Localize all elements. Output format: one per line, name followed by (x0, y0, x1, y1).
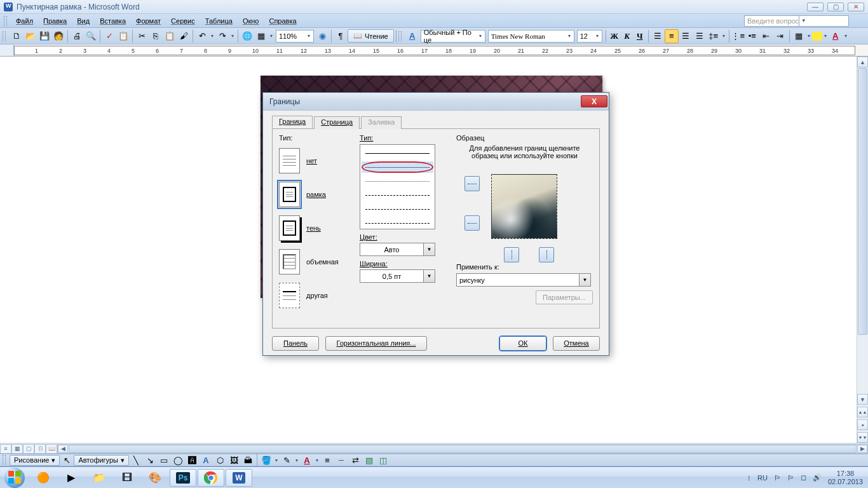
tables-borders-button[interactable]: ▦ (254, 29, 268, 43)
style-long-dash[interactable] (362, 203, 433, 215)
help-search-box[interactable]: Введите вопрос ▼ (744, 15, 849, 27)
setting-box[interactable]: рамка (279, 182, 352, 207)
italic-button[interactable]: К (621, 29, 634, 43)
fontsize-dropdown-icon[interactable]: ▾ (594, 33, 600, 39)
start-button[interactable] (0, 467, 29, 489)
indent-button[interactable]: ⇥ (773, 29, 787, 43)
clipart-button[interactable]: 🖼 (227, 453, 241, 467)
align-right-button[interactable]: ☰ (679, 29, 693, 43)
highlight-button[interactable] (812, 32, 822, 41)
scroll-up-button[interactable]: ▲ (857, 57, 868, 67)
menu-file[interactable]: Файл (11, 16, 38, 26)
close-button[interactable]: ✕ (848, 3, 864, 11)
setting-shadow[interactable]: тень (279, 215, 352, 241)
tray-language[interactable]: RU (757, 474, 768, 482)
paste-button[interactable]: 📋 (163, 29, 177, 43)
reading-layout-button[interactable]: 📖 Чтение (348, 29, 394, 43)
font-combo[interactable]: Times New Roman ▾ (488, 30, 574, 43)
arrow-style-button[interactable]: ⇄ (348, 453, 362, 467)
color-combo[interactable]: Авто ▼ (360, 243, 435, 256)
tray-nvidia-icon[interactable]: ◻ (801, 473, 806, 482)
drawing-menu[interactable]: Рисование▾ (10, 455, 60, 466)
ruler[interactable]: 1234567891011121314151617181920212223242… (0, 44, 868, 57)
taskbar-app-photoshop[interactable]: Ps (170, 469, 196, 487)
toolbar-button[interactable]: Панель (272, 336, 319, 351)
table-dropdown[interactable]: ▾ (268, 33, 275, 39)
toolbar-handle[interactable] (3, 31, 6, 41)
tray-volume-icon[interactable]: 🔊 (813, 473, 822, 482)
style-dotted[interactable] (362, 161, 433, 173)
bold-button[interactable]: Ж (608, 29, 621, 43)
styles-pane-button[interactable]: A (405, 29, 419, 43)
research-button[interactable]: 📋 (116, 29, 130, 43)
textbox-tool[interactable]: 🅰 (185, 453, 199, 467)
scroll-left-button[interactable]: ◀ (58, 445, 68, 453)
cut-button[interactable]: ✂ (135, 29, 149, 43)
style-combo[interactable]: Обычный + По це ▾ (421, 30, 485, 43)
ok-button[interactable]: ОК (499, 336, 546, 351)
new-doc-button[interactable]: 🗋 (10, 29, 24, 43)
menu-insert[interactable]: Вставка (95, 16, 131, 26)
setting-custom[interactable]: другая (279, 283, 352, 308)
horizontal-scrollbar[interactable]: ◀ ▶ (57, 444, 868, 454)
taskbar-app-video[interactable]: 🎞 (114, 469, 140, 487)
scroll-thumb[interactable] (858, 68, 867, 335)
numbered-list-button[interactable]: ⋮≡ (731, 29, 745, 43)
tray-clock[interactable]: 17:38 02.07.2013 (828, 470, 863, 485)
border-right-button[interactable] (539, 247, 554, 262)
select-objects-button[interactable]: ↖ (60, 453, 74, 467)
underline-button[interactable]: Ч (634, 29, 646, 43)
style-dropdown-icon[interactable]: ▾ (477, 33, 483, 39)
zoom-combo[interactable]: 110% ▾ (276, 30, 314, 43)
maximize-button[interactable]: ▢ (827, 3, 844, 11)
menu-table[interactable]: Таблица (200, 16, 238, 26)
setting-none[interactable]: нет (279, 148, 352, 173)
fontsize-combo[interactable]: 12 ▾ (577, 30, 602, 43)
preview-button[interactable]: 🔍 (84, 29, 98, 43)
browse-object-button[interactable]: ● (857, 419, 868, 430)
preview-image[interactable] (491, 174, 557, 239)
insert-picture-button[interactable]: 🏔 (241, 453, 255, 467)
menu-window[interactable]: Окно (238, 16, 264, 26)
save-button[interactable]: 💾 (37, 29, 51, 43)
taskbar-app-aimp[interactable]: 🟠 (30, 469, 57, 487)
3d-button[interactable]: ◫ (376, 453, 390, 467)
normal-view-button[interactable]: ≡ (0, 444, 11, 454)
tab-border[interactable]: Граница (272, 116, 313, 128)
minimize-button[interactable]: — (807, 3, 824, 11)
font-color-button-draw[interactable]: А (300, 453, 314, 467)
width-combo[interactable]: 0,5 пт ▼ (360, 269, 435, 283)
fontcolor-dropdown[interactable]: ▾ (843, 33, 849, 39)
fill-color-button[interactable]: 🪣 (259, 453, 273, 467)
line-color-button[interactable]: ✎ (280, 453, 294, 467)
dialog-close-button[interactable]: X (581, 95, 607, 107)
menu-help[interactable]: Справка (264, 16, 301, 26)
print-button[interactable]: 🖨 (70, 29, 84, 43)
undo-dropdown[interactable]: ▾ (209, 33, 215, 39)
apply-to-dropdown-button[interactable]: ▼ (579, 274, 590, 286)
font-color-button[interactable]: А (829, 29, 843, 43)
apply-to-combo[interactable]: рисунку ▼ (456, 273, 591, 287)
taskbar-app-wmp[interactable]: ▶ (58, 469, 85, 487)
diagram-button[interactable]: ⬡ (213, 453, 227, 467)
scroll-down-button[interactable]: ▼ (857, 394, 868, 405)
taskbar-app-chrome[interactable] (198, 469, 224, 487)
taskbar-app-explorer[interactable]: 📁 (86, 469, 112, 487)
style-fine-dotted[interactable] (362, 175, 433, 187)
toolbar-handle[interactable] (3, 455, 6, 465)
highlight-dropdown[interactable]: ▾ (822, 33, 829, 39)
borders-dropdown[interactable]: ▾ (806, 33, 812, 39)
fill-dropdown[interactable]: ▾ (273, 458, 280, 463)
web-view-button[interactable]: ▦ (11, 444, 23, 454)
scroll-right-button[interactable]: ▶ (857, 445, 867, 453)
style-dashed[interactable] (362, 189, 433, 201)
zoom-dropdown-icon[interactable]: ▾ (306, 33, 312, 39)
reading-view-button[interactable]: 📖 (46, 444, 57, 454)
rectangle-tool[interactable]: ▭ (157, 453, 171, 467)
menu-view[interactable]: Вид (72, 16, 95, 26)
toolbar-handle[interactable] (4, 16, 7, 26)
tab-page-border[interactable]: Страница (314, 116, 360, 129)
undo-button[interactable]: ↶ (195, 29, 209, 43)
align-left-button[interactable]: ☰ (651, 29, 665, 43)
fontcolor-dropdown-draw[interactable]: ▾ (314, 458, 320, 463)
